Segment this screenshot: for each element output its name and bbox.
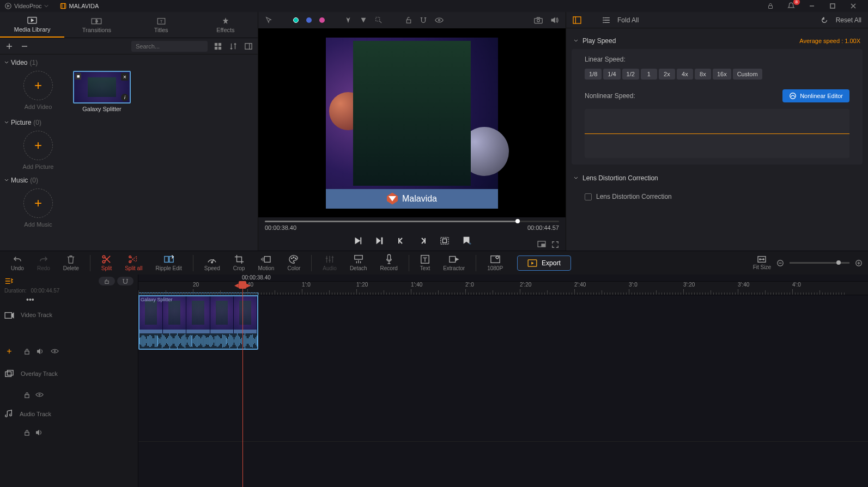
lock-icon[interactable]	[760, 0, 781, 12]
add-picture-tile[interactable]: + Add Picture	[11, 131, 65, 170]
media-thumbnail[interactable]: ■ × i	[73, 71, 131, 104]
picture-section-header[interactable]: Picture(0)	[4, 119, 253, 126]
play-speed-header[interactable]: Play Speed Average speed : 1.00X	[566, 33, 868, 49]
reset-icon[interactable]	[821, 16, 828, 24]
volume-icon[interactable]	[35, 429, 43, 436]
reset-all-label[interactable]: Reset All	[836, 16, 861, 24]
remove-media-icon[interactable]: ×	[121, 73, 129, 81]
overlay-track-header[interactable]: Overlay Track	[0, 358, 138, 389]
tab-media-library[interactable]: Media Library	[0, 12, 64, 38]
play-button[interactable]	[351, 236, 363, 246]
speed-button[interactable]: Speed	[199, 254, 226, 271]
lock-icon[interactable]	[24, 392, 30, 399]
lens-checkbox[interactable]: Lens Distortion Correction	[585, 193, 849, 200]
mark-button[interactable]: +	[460, 236, 472, 246]
redo-button[interactable]: Redo	[32, 254, 56, 271]
app-menu[interactable]: VideoProc	[4, 2, 48, 10]
text-button[interactable]: Text	[415, 254, 435, 271]
add-music-tile[interactable]: + Add Music	[11, 188, 65, 228]
lens-header[interactable]: Lens Distortion Correction	[566, 170, 868, 186]
auto-arrange-icon[interactable]	[4, 277, 13, 285]
search-input[interactable]	[131, 41, 208, 52]
speed-option-button[interactable]: Custom	[733, 69, 762, 80]
record-button[interactable]: Record	[375, 254, 403, 271]
lock-icon[interactable]	[24, 348, 30, 355]
eye-icon[interactable]	[435, 17, 444, 23]
volume-icon[interactable]	[37, 348, 44, 355]
media-item[interactable]: ■ × i Galaxy Splitter	[72, 71, 132, 112]
pip-icon[interactable]	[537, 241, 546, 248]
detach-button[interactable]: Detach	[344, 254, 373, 271]
audio-track-header[interactable]: Audio Track	[0, 401, 138, 427]
video-clip[interactable]: Galaxy Splitter	[138, 295, 258, 350]
undo-button[interactable]: Undo	[5, 254, 29, 271]
motion-button[interactable]: Motion	[252, 254, 280, 271]
nonlinear-graph[interactable]	[585, 109, 849, 158]
split-button[interactable]: Split	[96, 254, 117, 271]
speed-option-button[interactable]: 1	[641, 69, 657, 80]
magnet-toggle[interactable]	[117, 277, 133, 285]
split-all-button[interactable]: Split all	[119, 254, 148, 271]
add-video-tile[interactable]: + Add Video	[11, 71, 65, 112]
resolution-button[interactable]: 1080P	[482, 254, 508, 271]
select-tool-icon[interactable]	[375, 16, 383, 24]
unlock-toggle[interactable]	[99, 277, 115, 285]
tab-titles[interactable]: T Titles	[129, 12, 193, 38]
snapshot-icon[interactable]	[534, 16, 543, 24]
extractor-button[interactable]: Extractor	[438, 254, 470, 271]
zoom-slider[interactable]	[790, 262, 849, 264]
add-track-icon[interactable]: +	[4, 346, 14, 356]
tab-transitions[interactable]: Transitions	[64, 12, 129, 38]
panel-toggle-icon[interactable]	[244, 41, 253, 51]
grid-view-icon[interactable]	[213, 41, 223, 51]
next-frame-button[interactable]	[417, 236, 429, 245]
delete-button[interactable]: Delete	[58, 254, 84, 271]
track-options-icon[interactable]: •••	[0, 295, 138, 304]
nonlinear-editor-button[interactable]: Nonlinear Editor	[782, 89, 849, 102]
music-section-header[interactable]: Music(0)	[4, 176, 253, 184]
video-section-header[interactable]: Video(1)	[4, 59, 253, 66]
panel-layout-icon[interactable]	[573, 16, 581, 24]
ripple-edit-button[interactable]: Ripple Edit	[150, 254, 187, 271]
remove-icon[interactable]	[20, 41, 29, 51]
info-icon[interactable]: i	[121, 94, 129, 101]
seek-bar[interactable]	[265, 221, 559, 222]
project-name[interactable]: MALAVIDA	[59, 2, 99, 10]
speed-option-button[interactable]: 4x	[677, 69, 693, 80]
notification-icon[interactable]: 8	[781, 0, 802, 12]
minimize-button[interactable]	[802, 0, 822, 12]
marker-tool2-icon[interactable]	[360, 16, 367, 24]
lock-icon[interactable]	[24, 429, 30, 436]
video-track-header[interactable]: Video Track +	[0, 304, 138, 358]
zoom-in-icon[interactable]	[855, 259, 863, 267]
eye-icon[interactable]	[51, 348, 59, 355]
speed-option-button[interactable]: 8x	[695, 69, 711, 80]
fold-all-label[interactable]: Fold All	[617, 16, 639, 24]
fold-all-icon[interactable]	[602, 17, 610, 23]
volume-icon[interactable]	[550, 16, 559, 24]
preview-viewport[interactable]: Malavida	[258, 28, 566, 217]
marker-tool-icon[interactable]	[344, 16, 352, 24]
unlock-icon[interactable]	[405, 16, 412, 24]
zoom-out-icon[interactable]	[776, 259, 784, 267]
eye-icon[interactable]	[35, 392, 44, 399]
sort-icon[interactable]	[228, 41, 238, 51]
add-icon[interactable]	[4, 41, 14, 51]
fit-size-button[interactable]: Fit Size	[753, 255, 771, 270]
prev-frame-button[interactable]	[395, 236, 407, 245]
speed-option-button[interactable]: 1/2	[622, 69, 639, 80]
color-blue[interactable]	[306, 17, 312, 23]
playhead[interactable]	[242, 282, 243, 487]
fit-button[interactable]	[439, 236, 451, 245]
close-button[interactable]	[843, 0, 864, 12]
audio-button[interactable]: Audio	[317, 254, 342, 271]
play-next-button[interactable]	[373, 236, 385, 246]
speed-option-button[interactable]: 16x	[713, 69, 731, 80]
color-cyan[interactable]	[293, 17, 299, 23]
checkbox-icon[interactable]	[585, 193, 592, 200]
tab-effects[interactable]: Effects	[193, 12, 258, 38]
color-pink[interactable]	[319, 17, 325, 23]
cursor-icon[interactable]	[265, 16, 272, 24]
crop-button[interactable]: Crop	[228, 254, 251, 271]
snap-icon[interactable]	[420, 16, 427, 24]
